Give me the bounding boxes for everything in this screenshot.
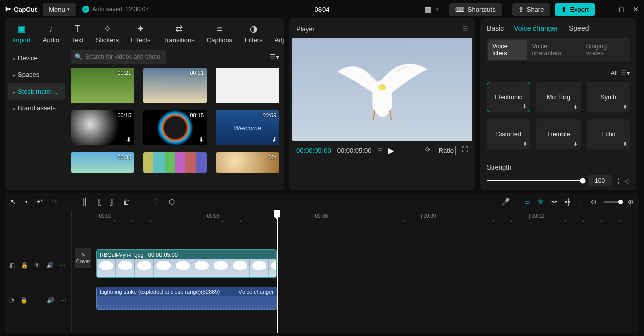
layout-icon[interactable]: ▥ [425, 5, 431, 13]
media-thumb[interactable]: 00:09Welcome⬇ [216, 110, 279, 145]
eye-icon[interactable]: 👁 [34, 262, 40, 269]
speaker-icon[interactable]: 🔊 [47, 297, 54, 304]
player-menu-icon[interactable]: ☰ [462, 25, 468, 33]
media-tab-transitions[interactable]: ⇄Transitions [162, 21, 196, 46]
download-icon[interactable]: ⬇ [523, 141, 527, 147]
strength-slider[interactable] [487, 180, 583, 181]
ratio-button[interactable]: Ratio [437, 146, 456, 155]
download-icon[interactable]: ⬇ [623, 141, 627, 147]
undo-button[interactable]: ↶ [37, 198, 43, 206]
marker-tool[interactable]: ⬡ [169, 198, 175, 206]
minimize-icon[interactable]: — [604, 5, 611, 13]
playhead[interactable] [277, 210, 278, 333]
all-label[interactable]: All [611, 69, 618, 77]
filter-tab-voice-filters[interactable]: Voice filters [488, 40, 527, 60]
lock-icon[interactable]: 🔒 [21, 262, 28, 269]
export-button[interactable]: ⬆Export [555, 3, 595, 16]
filter-tab-voice-characters[interactable]: Voice characters [528, 40, 581, 60]
speaker-icon[interactable]: 🔊 [46, 262, 54, 269]
check-icon: ✓ [82, 6, 89, 13]
link-icon[interactable]: ⫘ [551, 198, 558, 206]
download-icon[interactable]: ⬇ [522, 103, 527, 110]
media-tab-text[interactable]: TText [70, 21, 85, 46]
voice-synth[interactable]: Synth⬇ [587, 82, 630, 112]
media-tab-effects[interactable]: ✦Effects [130, 21, 152, 46]
audio-track-icon[interactable]: ◔ [9, 297, 14, 304]
download-icon[interactable]: ⬇ [199, 136, 204, 143]
share-button[interactable]: ⇪Share [512, 3, 550, 16]
strength-stepper[interactable]: ▲▼ [617, 177, 620, 185]
time-total: 00:00:05:00 [337, 147, 372, 154]
redo-button[interactable]: ↷ [52, 198, 58, 206]
pointer-tool[interactable]: ↖ [10, 198, 16, 206]
media-tab-filters[interactable]: ◑Filters [244, 21, 263, 46]
trim-right-tool[interactable]: ]| [110, 198, 114, 206]
play-button[interactable]: ▶ [388, 146, 394, 155]
maximize-icon[interactable]: ◻ [619, 5, 625, 13]
more-icon[interactable]: ⋯ [60, 262, 66, 269]
close-icon[interactable]: ✕ [633, 5, 639, 13]
player-viewport[interactable] [292, 38, 472, 141]
media-thumb[interactable] [216, 68, 279, 103]
filters-icon: ◑ [250, 23, 258, 34]
sidebar-item-stock-mater-[interactable]: Stock mater... [8, 83, 65, 100]
voice-electronic[interactable]: Electronic⬇ [487, 82, 530, 112]
media-thumb[interactable]: 00:15⬇ [71, 110, 134, 145]
media-thumb[interactable] [143, 152, 207, 173]
sidebar-item-device[interactable]: Device [8, 50, 65, 66]
media-thumb[interactable]: 00:35 [71, 152, 134, 173]
media-thumb[interactable]: 00:21 [143, 68, 207, 103]
shortcuts-button[interactable]: ⌨Shortcuts [449, 3, 502, 16]
video-clip[interactable]: RBGull-Vyn-Fl.jpg 00:00:05:00 [96, 249, 277, 278]
magnet-icon[interactable]: ▭ [524, 198, 531, 206]
fullscreen-icon[interactable]: ⛶ [462, 146, 468, 155]
more-icon[interactable]: ⋯ [60, 297, 66, 304]
pointer-dropdown[interactable]: ▾ [25, 199, 28, 204]
mic-icon[interactable]: 🎤 [501, 198, 510, 206]
trim-left-tool[interactable]: |[ [97, 198, 101, 206]
voice-mic-hog[interactable]: Mic Hog⬇ [536, 82, 580, 112]
lock-icon[interactable]: 🔒 [20, 297, 28, 304]
media-thumb[interactable]: 00: [216, 152, 279, 173]
download-icon[interactable]: ⬇ [126, 136, 131, 143]
search-input[interactable] [71, 50, 166, 64]
tab-voice-changer[interactable]: Voice changer [514, 24, 558, 32]
scan-icon[interactable]: ⟳ [425, 146, 431, 155]
download-icon[interactable]: ⬇ [271, 136, 276, 143]
list-icon[interactable]: ☰ [377, 147, 382, 154]
media-tab-stickers[interactable]: ✧Stickers [95, 21, 120, 46]
tab-speed[interactable]: Speed [569, 24, 589, 32]
keyframe-icon[interactable]: ◇ [625, 177, 630, 185]
strength-value[interactable]: 100 [588, 175, 612, 186]
audio-clip[interactable]: Lightning strike (exploded at close rang… [96, 287, 277, 310]
tab-basic[interactable]: Basic [487, 24, 504, 32]
zoom-out-icon[interactable]: ⊖ [591, 198, 597, 206]
sort-icon[interactable]: ☰▾ [621, 69, 630, 77]
voice-echo[interactable]: Echo⬇ [587, 119, 630, 149]
media-thumb[interactable]: 00:21 [71, 68, 134, 103]
media-tab-import[interactable]: ▣Import [11, 21, 32, 46]
favorite-tool[interactable]: ♡ [153, 198, 159, 206]
sidebar-item-brand-assets[interactable]: Brand assets [8, 100, 65, 116]
zoom-in-icon[interactable]: ⊕ [628, 198, 634, 206]
media-thumb[interactable]: 00:15⬇ [143, 110, 207, 145]
voice-distorted[interactable]: Distorted⬇ [487, 119, 530, 149]
snap-icon[interactable]: ❄ [538, 198, 544, 206]
media-tab-captions[interactable]: ≡Captions [206, 21, 233, 46]
download-icon[interactable]: ⬇ [573, 104, 578, 110]
delete-tool[interactable]: 🗑 [123, 198, 130, 206]
download-icon[interactable]: ⬇ [623, 104, 627, 110]
voice-tremble[interactable]: Tremble⬇ [536, 119, 580, 149]
zoom-slider[interactable] [604, 201, 621, 203]
media-tab-audio[interactable]: ♪Audio [42, 21, 60, 46]
align-icon[interactable]: ╬ [565, 198, 570, 206]
download-icon[interactable]: ⬇ [573, 141, 578, 147]
menu-button[interactable]: Menu▾ [43, 3, 76, 16]
track-toggle-icon[interactable]: ◧ [9, 262, 15, 269]
filter-tab-singing-voices[interactable]: Singing voices [582, 40, 629, 60]
filter-icon[interactable]: ☰▾ [269, 53, 279, 61]
split-tool[interactable]: ⎥⎢ [81, 198, 88, 206]
sidebar-item-spaces[interactable]: Spaces [8, 66, 65, 83]
media-tab-adjustment[interactable]: ⚙Adjustment [274, 21, 285, 46]
preview-icon[interactable]: ▦ [577, 198, 584, 206]
